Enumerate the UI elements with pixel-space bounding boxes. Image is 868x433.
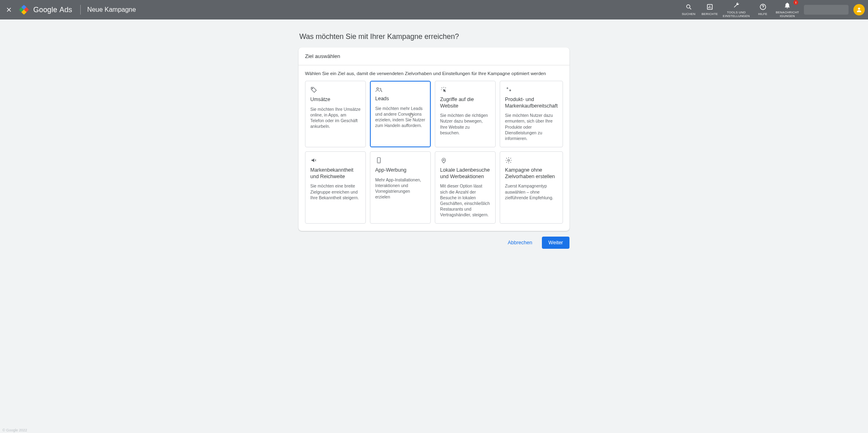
avatar-icon [856, 6, 862, 13]
pin-icon [440, 157, 490, 165]
app-header: Google Ads Neue Kampagne SUCHEN BERICHTE… [0, 0, 868, 19]
account-switcher[interactable] [804, 5, 849, 15]
goal-no-objective[interactable]: Kampagne ohne Zielvorhaben erstellen Zue… [500, 151, 563, 224]
phone-icon [375, 157, 425, 165]
page-title: Neue Kampagne [87, 6, 136, 13]
goal-desc: Sie möchten mehr Leads und andere Conver… [375, 106, 425, 129]
goal-desc: Sie möchten eine breite Zielgruppe errei… [310, 183, 361, 200]
cancel-button[interactable]: Abbrechen [501, 237, 539, 249]
reports-icon [706, 3, 713, 12]
sparkle-icon [505, 86, 558, 94]
gear-icon [505, 157, 558, 165]
brand-ads: Ads [59, 6, 72, 14]
header-divider [80, 5, 81, 15]
search-label: SUCHEN [682, 13, 695, 16]
people-icon [375, 86, 425, 94]
close-icon [5, 6, 13, 13]
tools-settings-tool[interactable]: TOOLS UNDEINSTELLUNGEN [723, 2, 750, 18]
notifications-tool[interactable]: ! BENACHRICHTIGUNGEN [776, 2, 799, 18]
goal-title: Umsätze [310, 97, 361, 103]
close-button[interactable] [3, 4, 15, 15]
notification-badge: ! [793, 0, 798, 5]
help-tool[interactable]: HILFE [755, 3, 771, 16]
goal-desc: Sie möchten Nutzer dazu ermuntern, sich … [505, 112, 558, 141]
click-icon [440, 86, 490, 94]
tag-icon [310, 86, 361, 94]
goal-local-store[interactable]: Lokale Ladenbesuche und Werbeaktionen Mi… [435, 151, 496, 224]
goal-title: Lokale Ladenbesuche und Werbeaktionen [440, 167, 490, 180]
svg-point-0 [687, 5, 690, 8]
brand-google: Google [33, 6, 57, 14]
google-ads-logo-icon [19, 5, 29, 15]
wrench-icon [733, 2, 740, 10]
svg-point-6 [377, 88, 379, 90]
page-body: Was möchten Sie mit Ihrer Kampagne errei… [0, 19, 868, 433]
goal-card: Ziel auswählen Wählen Sie ein Ziel aus, … [299, 47, 569, 231]
goal-app-promotion[interactable]: App-Werbung Mehr App-Installationen, Int… [370, 151, 431, 224]
card-title: Ziel auswählen [299, 47, 569, 65]
card-subtitle: Wählen Sie ein Ziel aus, damit die verwe… [299, 65, 569, 81]
goal-desc: Mehr App-Installationen, Interaktionen u… [375, 177, 425, 200]
reports-tool[interactable]: BERICHTE [702, 3, 718, 16]
notifications-label: BENACHRICHTIGUNGEN [776, 11, 799, 18]
goal-title: Markenbekanntheit und Reichweite [310, 167, 361, 180]
goal-grid: Umsätze Sie möchten Ihre Umsätze online,… [299, 81, 569, 231]
svg-point-10 [508, 159, 510, 162]
goal-brand-awareness[interactable]: Markenbekanntheit und Reichweite Sie möc… [305, 151, 366, 224]
goal-title: Zugriffe auf die Website [440, 97, 490, 109]
goal-sales[interactable]: Umsätze Sie möchten Ihre Umsätze online,… [305, 81, 366, 147]
goal-leads[interactable]: Leads Sie möchten mehr Leads und andere … [370, 81, 431, 147]
next-button[interactable]: Weiter [542, 237, 569, 249]
goal-website-traffic[interactable]: Zugriffe auf die Website Sie möchten die… [435, 81, 496, 147]
svg-point-9 [443, 159, 445, 161]
help-label: HILFE [758, 13, 767, 16]
bell-icon [784, 2, 791, 10]
goal-product-consideration[interactable]: Produkt- und Markenkaufbereitschaft Sie … [500, 81, 563, 147]
goal-desc: Sie möchten die richtigen Nutzer dazu be… [440, 112, 490, 136]
goal-desc: Mit dieser Option lässt sich die Anzahl … [440, 183, 490, 218]
goal-title: Leads [375, 96, 425, 102]
svg-point-5 [312, 88, 313, 89]
brand-title: Google Ads [33, 6, 72, 14]
help-icon [759, 3, 767, 12]
goal-title: Produkt- und Markenkaufbereitschaft [505, 97, 558, 109]
user-avatar[interactable] [853, 4, 865, 15]
svg-point-8 [378, 162, 379, 163]
svg-point-4 [858, 8, 860, 10]
footer-copyright: © Google 2022 [2, 428, 27, 432]
search-icon [685, 3, 692, 12]
goal-title: App-Werbung [375, 167, 425, 174]
reports-label: BERICHTE [702, 13, 718, 16]
svg-point-3 [763, 9, 763, 9]
wizard-actions: Abbrechen Weiter [299, 237, 569, 249]
goal-desc: Sie möchten Ihre Umsätze online, in Apps… [310, 106, 361, 129]
goal-title: Kampagne ohne Zielvorhaben erstellen [505, 167, 558, 180]
tools-settings-label: TOOLS UNDEINSTELLUNGEN [723, 11, 750, 18]
goal-desc: Zuerst Kampagnentyp auswählen – ohne zie… [505, 183, 558, 200]
megaphone-icon [310, 157, 361, 165]
search-tool[interactable]: SUCHEN [681, 3, 697, 16]
page-question: Was möchten Sie mit Ihrer Kampagne errei… [299, 32, 569, 41]
